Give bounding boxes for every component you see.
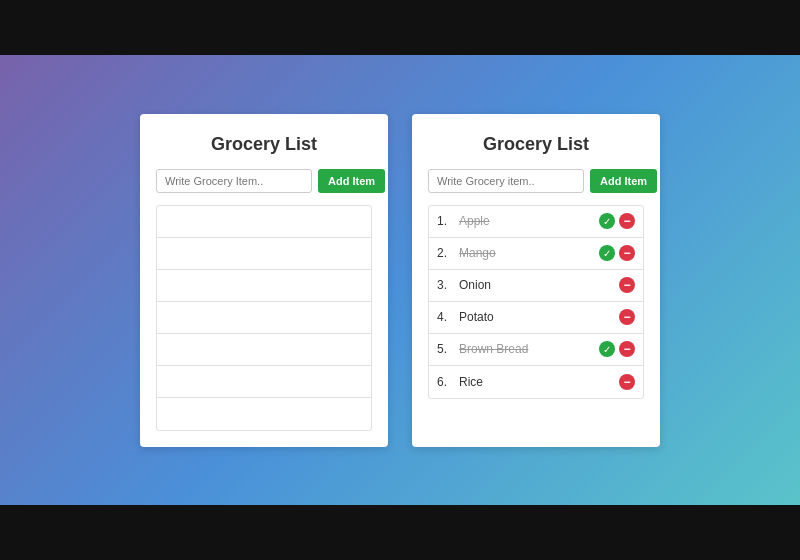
item-icons: ✓− [599, 341, 635, 357]
item-list: 1.Apple✓−2.Mango✓−3.Onion−4.Potato−5.Bro… [428, 205, 644, 399]
right-card-title: Grocery List [428, 134, 644, 155]
item-text: Onion [459, 278, 619, 292]
left-add-button[interactable]: Add Item [318, 169, 385, 193]
check-icon[interactable]: ✓ [599, 245, 615, 261]
left-card-title: Grocery List [156, 134, 372, 155]
empty-row [157, 366, 371, 398]
left-input-row: Add Item [156, 169, 372, 193]
left-grocery-input[interactable] [156, 169, 312, 193]
right-add-button[interactable]: Add Item [590, 169, 657, 193]
item-text: Apple [459, 214, 599, 228]
item-text: Brown Bread [459, 342, 599, 356]
remove-icon[interactable]: − [619, 309, 635, 325]
empty-row [157, 206, 371, 238]
item-text: Rice [459, 375, 619, 389]
remove-icon[interactable]: − [619, 277, 635, 293]
list-item: 6.Rice− [429, 366, 643, 398]
item-number: 5. [437, 342, 455, 356]
item-number: 3. [437, 278, 455, 292]
empty-row [157, 270, 371, 302]
empty-row [157, 302, 371, 334]
check-icon[interactable]: ✓ [599, 341, 615, 357]
right-card: Grocery List Add Item 1.Apple✓−2.Mango✓−… [412, 114, 660, 447]
empty-row [157, 334, 371, 366]
left-card: Grocery List Add Item [140, 114, 388, 447]
item-text: Mango [459, 246, 599, 260]
empty-row [157, 238, 371, 270]
item-icons: ✓− [599, 245, 635, 261]
right-grocery-input[interactable] [428, 169, 584, 193]
item-number: 2. [437, 246, 455, 260]
list-item: 3.Onion− [429, 270, 643, 302]
list-item: 1.Apple✓− [429, 206, 643, 238]
right-input-row: Add Item [428, 169, 644, 193]
item-icons: ✓− [599, 213, 635, 229]
item-number: 1. [437, 214, 455, 228]
item-number: 4. [437, 310, 455, 324]
list-item: 5.Brown Bread✓− [429, 334, 643, 366]
remove-icon[interactable]: − [619, 341, 635, 357]
item-icons: − [619, 277, 635, 293]
check-icon[interactable]: ✓ [599, 213, 615, 229]
empty-row [157, 398, 371, 430]
main-container: Grocery List Add Item Grocery List Add I… [120, 114, 680, 447]
item-icons: − [619, 309, 635, 325]
item-icons: − [619, 374, 635, 390]
remove-icon[interactable]: − [619, 245, 635, 261]
item-number: 6. [437, 375, 455, 389]
remove-icon[interactable]: − [619, 374, 635, 390]
list-item: 4.Potato− [429, 302, 643, 334]
remove-icon[interactable]: − [619, 213, 635, 229]
item-text: Potato [459, 310, 619, 324]
list-item: 2.Mango✓− [429, 238, 643, 270]
left-empty-list [156, 205, 372, 431]
